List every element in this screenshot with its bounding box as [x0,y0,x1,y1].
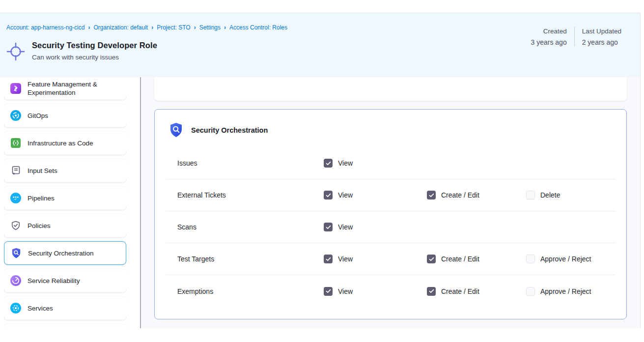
breadcrumb-separator: › [194,24,196,31]
breadcrumb-item[interactable]: Organization: default [93,24,148,31]
resource-label: External Tickets [177,191,324,199]
checked-checkbox[interactable] [427,255,436,263]
permission-cell: Delete [526,191,616,200]
services-icon [10,303,21,314]
sidebar-item-gitops[interactable]: GitOps [4,104,126,127]
meta-dates: Created 3 years ago Last Updated 2 years… [531,27,621,46]
created-block: Created 3 years ago [531,27,574,46]
checked-checkbox[interactable] [324,191,333,200]
permission-label: Create / Edit [441,255,479,263]
sidebar-item-security-orchestration[interactable]: Security Orchestration [4,241,126,265]
breadcrumb-item[interactable]: Settings [199,24,221,31]
sidebar-item-label: Services [28,304,53,313]
page-right-border [640,13,641,328]
page-subtitle: Can work with security issues [32,54,119,61]
checked-checkbox[interactable] [324,287,333,296]
page-title: Security Testing Developer Role [32,41,157,50]
policies-icon [10,220,21,231]
permission-cell: View [324,287,427,296]
sidebar-item-policies[interactable]: Policies [4,214,126,237]
breadcrumb-separator: › [88,24,90,31]
sidebar-item-label: Input Sets [28,167,57,175]
permission-row: ScansView [166,211,616,243]
breadcrumb-separator: › [151,24,153,31]
breadcrumb-separator: › [224,24,226,31]
sidebar-item-label: Policies [28,222,51,230]
sidebar-item-feature-management-experimentation[interactable]: Feature Management & Experimentation [4,77,126,100]
last-updated-block: Last Updated 2 years ago [575,27,621,46]
resource-label: Scans [177,223,324,231]
permission-cell: View [324,223,427,231]
resource-sidebar: Feature Management & ExperimentationGitO… [4,77,126,328]
permission-label: View [338,255,353,263]
sidebar-item-service-reliability[interactable]: Service Reliability [4,269,126,292]
breadcrumb-item[interactable]: Account: app-harness-ng-cicd [6,24,84,31]
permission-label: View [338,191,353,199]
checked-checkbox[interactable] [427,287,436,296]
sidebar-item-partial[interactable] [4,324,126,328]
unchecked-checkbox[interactable] [526,255,535,263]
permission-cell: Create / Edit [427,287,526,296]
sidebar-item-label: Pipelines [28,194,55,202]
breadcrumb-item[interactable]: Access Control: Roles [229,24,287,31]
security-orchestration-icon [11,248,22,258]
permission-row: Test TargetsViewCreate / EditApprove / R… [166,243,616,275]
permission-label: Create / Edit [441,191,479,199]
permission-cell: Approve / Reject [526,287,616,296]
input-sets-icon [10,165,21,176]
checked-checkbox[interactable] [324,255,333,263]
sidebar-item-pipelines[interactable]: Pipelines [4,186,126,210]
resource-label: Exemptions [177,287,324,295]
checked-checkbox[interactable] [324,159,333,168]
created-value: 3 years ago [531,38,567,46]
security-orchestration-shield-icon [169,122,183,138]
checked-checkbox[interactable] [324,223,333,231]
role-target-icon [6,42,25,61]
resource-label: Issues [177,159,324,167]
resource-label: Test Targets [177,255,324,263]
page-header: Account: app-harness-ng-cicd›Organizatio… [0,13,640,77]
feature-flags-icon [10,83,21,94]
sidebar-item-label: Infrastructure as Code [28,139,93,147]
infrastructure-as-code-icon [10,138,21,148]
page: Account: app-harness-ng-cicd›Organizatio… [0,0,644,342]
sidebar-item-label: GitOps [28,112,48,120]
permission-label: Approve / Reject [540,287,591,295]
last-updated-value: 2 years ago [582,38,618,46]
gitops-icon [10,110,21,121]
sidebar-item-input-sets[interactable]: Input Sets [4,159,126,182]
sidebar-item-label: Feature Management & Experimentation [28,80,123,97]
permission-label: Delete [540,191,560,199]
permission-cell: View [324,191,427,200]
permission-cell: Create / Edit [427,255,526,263]
permission-row: ExemptionsViewCreate / EditApprove / Rej… [166,275,616,307]
checked-checkbox[interactable] [427,191,436,200]
breadcrumb: Account: app-harness-ng-cicd›Organizatio… [6,24,287,31]
section-title: Security Orchestration [191,126,268,134]
main-panel: Security Orchestration IssuesViewExterna… [141,77,640,328]
section-header: Security Orchestration [155,110,626,138]
breadcrumb-item[interactable]: Project: STO [157,24,190,31]
last-updated-label: Last Updated [582,28,621,35]
permission-label: Approve / Reject [540,255,591,263]
permission-label: Create / Edit [441,287,479,295]
pipelines-icon [10,193,21,203]
permission-cell: View [324,159,427,168]
sidebar-item-label: Service Reliability [28,277,80,285]
permission-cell: Create / Edit [427,191,526,200]
permission-cell: Approve / Reject [526,255,616,263]
sidebar-item-infrastructure-as-code[interactable]: Infrastructure as Code [4,131,126,155]
permission-label: View [338,223,353,231]
permission-rows: IssuesViewExternal TicketsViewCreate / E… [166,147,616,307]
permission-row: IssuesView [166,147,616,179]
security-orchestration-card: Security Orchestration IssuesViewExterna… [154,109,627,319]
created-label: Created [543,28,567,35]
permission-cell: View [324,255,427,263]
permission-label: View [338,287,353,295]
previous-section-card [154,77,627,101]
unchecked-checkbox[interactable] [526,287,535,296]
service-reliability-icon [10,275,21,286]
sidebar-item-label: Security Orchestration [28,249,94,257]
sidebar-item-services[interactable]: Services [4,296,126,320]
unchecked-checkbox[interactable] [526,191,535,200]
